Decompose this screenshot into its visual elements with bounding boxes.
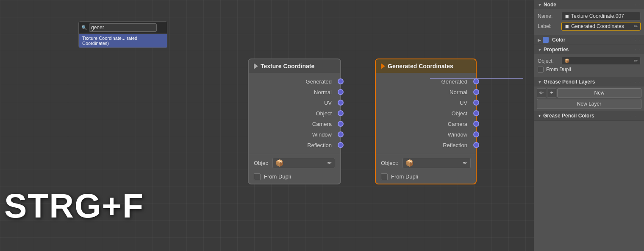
socket-generated-right[interactable] bbox=[473, 78, 479, 84]
gp-colors-header[interactable]: ▼ Grease Pencil Colors · · · bbox=[534, 111, 644, 120]
node-left-header: Texture Coordinate bbox=[249, 59, 340, 73]
search-popup: 🔍 Texture Coordinate....rated Coordinate… bbox=[78, 21, 167, 48]
gp-new-layer-button[interactable]: New Layer bbox=[537, 99, 641, 109]
connection-lines bbox=[191, 0, 534, 251]
eyedropper-icon-left[interactable]: ✒ bbox=[327, 159, 332, 166]
search-icon: 🔍 bbox=[81, 25, 87, 31]
cube-icon-left: 📦 bbox=[275, 159, 284, 167]
properties-body: Object: 📦 ✏ From Dupli bbox=[534, 54, 644, 77]
from-dupli-right: From Dupli bbox=[376, 172, 476, 184]
node-left-title: Texture Coordinate bbox=[261, 63, 314, 70]
search-input[interactable] bbox=[89, 23, 157, 32]
object-field-right[interactable]: 📦 ✒ bbox=[402, 158, 471, 168]
node-row-reflection-r: Reflection bbox=[376, 140, 476, 151]
right-panel: ▼ Node · · · Name: 🔲 Texture Coordinate.… bbox=[534, 0, 644, 251]
gp-layers-header[interactable]: ▼ Grease Pencil Layers · · · bbox=[534, 77, 644, 86]
object-row: Object: 📦 ✏ bbox=[538, 57, 641, 65]
node-collapse-arrow: ▼ bbox=[538, 3, 542, 7]
node-row-uv-r: UV bbox=[376, 98, 476, 108]
node-section-body: Name: 🔲 Texture Coordinate.007 Label: 🔲 … bbox=[534, 9, 644, 35]
name-row: Name: 🔲 Texture Coordinate.007 bbox=[538, 12, 641, 20]
object-field-panel[interactable]: 📦 ✏ bbox=[561, 57, 641, 65]
gp-new-button[interactable]: New bbox=[557, 88, 641, 98]
socket-normal-right[interactable] bbox=[473, 89, 479, 95]
gp-plus-button[interactable]: + bbox=[547, 88, 556, 98]
object-cube-icon: 📦 bbox=[564, 59, 569, 63]
node-texture-coordinate: Texture Coordinate Generated Normal UV O… bbox=[248, 59, 341, 184]
shortcut-text: STRG+F bbox=[4, 187, 144, 226]
node-right-title: Generated Coordinates bbox=[388, 63, 453, 70]
socket-object-left[interactable] bbox=[338, 110, 344, 116]
socket-generated-left[interactable] bbox=[338, 78, 344, 84]
node-row-window-r: Window bbox=[376, 129, 476, 140]
socket-camera-right[interactable] bbox=[473, 121, 479, 127]
gp-layers-title: Grease Pencil Layers bbox=[544, 79, 595, 85]
color-swatch bbox=[543, 37, 549, 43]
gp-colors-dots: · · · bbox=[630, 114, 641, 118]
cube-icon-right: 📦 bbox=[405, 159, 414, 167]
label-field-value: Generated Coordinates bbox=[571, 23, 632, 29]
search-input-row: 🔍 bbox=[79, 22, 167, 34]
label-field-icon: 🔲 bbox=[564, 24, 569, 29]
node-row-normal: Normal bbox=[249, 87, 340, 98]
node-row-camera: Camera bbox=[249, 119, 340, 129]
node-section-dots: · · · bbox=[630, 3, 641, 7]
label-edit-icon[interactable]: ✏ bbox=[634, 24, 638, 29]
socket-window-left[interactable] bbox=[338, 131, 344, 137]
name-label: Name: bbox=[538, 13, 559, 19]
socket-camera-left[interactable] bbox=[338, 121, 344, 127]
name-field[interactable]: 🔲 Texture Coordinate.007 bbox=[561, 12, 641, 20]
gp-layers-section: ▼ Grease Pencil Layers · · · ✏ + New New… bbox=[534, 77, 644, 111]
eyedropper-icon-right[interactable]: ✒ bbox=[463, 159, 468, 166]
gp-pencil-button[interactable]: ✏ bbox=[537, 88, 546, 98]
socket-reflection-right[interactable] bbox=[473, 142, 479, 148]
nodes-area: Texture Coordinate Generated Normal UV O… bbox=[191, 0, 534, 251]
name-field-icon: 🔲 bbox=[564, 14, 569, 19]
gp-layers-body: ✏ + New New Layer bbox=[534, 86, 644, 111]
node-collapse-icon[interactable] bbox=[254, 63, 258, 69]
object-field-left[interactable]: 📦 ✒ bbox=[272, 158, 335, 168]
node-section: ▼ Node · · · Name: 🔲 Texture Coordinate.… bbox=[534, 0, 644, 35]
object-edit-icon[interactable]: ✏ bbox=[634, 58, 638, 64]
label-label: Label: bbox=[538, 23, 559, 29]
gp-colors-arrow: ▼ bbox=[538, 114, 541, 118]
node-collapse-icon-right[interactable] bbox=[381, 63, 385, 69]
properties-section-header[interactable]: ▼ Properties · · · bbox=[534, 45, 644, 54]
socket-window-right[interactable] bbox=[473, 131, 479, 137]
object-label: Object: bbox=[538, 58, 559, 64]
socket-normal-left[interactable] bbox=[338, 89, 344, 95]
node-right-footer: Object: 📦 ✒ bbox=[376, 154, 476, 172]
socket-uv-left[interactable] bbox=[338, 100, 344, 106]
node-row-reflection: Reflection bbox=[249, 140, 340, 151]
node-right-header: Generated Coordinates bbox=[376, 59, 476, 73]
gp-colors-title: Grease Pencil Colors bbox=[543, 113, 594, 119]
socket-uv-right[interactable] bbox=[473, 100, 479, 106]
from-dupli-left: From Dupli bbox=[249, 172, 340, 184]
left-area: 🔍 Texture Coordinate....rated Coordinate… bbox=[0, 0, 191, 251]
color-section-header[interactable]: ▶ Color · · · bbox=[534, 35, 644, 45]
node-left-footer: Objec 📦 ✒ bbox=[249, 154, 340, 172]
node-row-window: Window bbox=[249, 129, 340, 140]
checkbox-from-dupli-left[interactable] bbox=[254, 173, 261, 180]
label-field[interactable]: 🔲 Generated Coordinates ✏ bbox=[561, 22, 641, 31]
node-left-body: Generated Normal UV Object Camera bbox=[249, 73, 340, 154]
node-section-header[interactable]: ▼ Node · · · bbox=[534, 0, 644, 9]
node-row-generated-r: Generated bbox=[376, 76, 476, 87]
label-row: Label: 🔲 Generated Coordinates ✏ bbox=[538, 22, 641, 31]
search-result-item[interactable]: Texture Coordinate....rated Coordinates) bbox=[79, 34, 167, 47]
gp-colors-section: ▼ Grease Pencil Colors · · · bbox=[534, 111, 644, 121]
socket-object-right[interactable] bbox=[473, 110, 479, 116]
from-dupli-checkbox-panel[interactable] bbox=[538, 67, 544, 73]
color-section-title: Color bbox=[552, 37, 565, 43]
main-container: 🔍 Texture Coordinate....rated Coordinate… bbox=[0, 0, 644, 251]
socket-reflection-left[interactable] bbox=[338, 142, 344, 148]
node-row-object: Object bbox=[249, 108, 340, 119]
properties-section-title: Properties bbox=[544, 47, 569, 53]
color-collapse-arrow: ▶ bbox=[538, 38, 541, 42]
node-generated-coordinates: Generated Coordinates Generated Normal U… bbox=[375, 59, 477, 184]
color-section-dots: · · · bbox=[630, 38, 641, 42]
gp-layers-dots: · · · bbox=[630, 80, 641, 84]
node-row-uv: UV bbox=[249, 98, 340, 108]
checkbox-from-dupli-right[interactable] bbox=[381, 173, 388, 180]
node-row-camera-r: Camera bbox=[376, 119, 476, 129]
